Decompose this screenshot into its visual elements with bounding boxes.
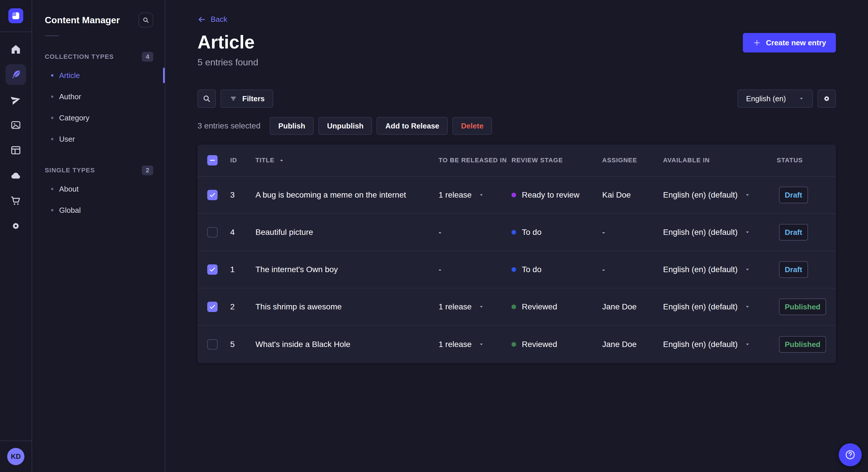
selection-action-button[interactable]: Unpublish (318, 117, 372, 135)
stage-dot-icon (512, 342, 516, 347)
subnav-item[interactable]: User (32, 129, 165, 150)
back-label: Back (211, 15, 227, 24)
nav-rail-item[interactable] (5, 140, 26, 161)
subnav-search-button[interactable] (138, 12, 153, 28)
row-checkbox[interactable] (207, 190, 218, 200)
cell-id: 2 (224, 302, 253, 311)
subnav-item[interactable]: Category (32, 107, 165, 129)
caret-down-icon[interactable] (745, 229, 750, 235)
table-row[interactable]: 3 A bug is becoming a meme on the intern… (197, 177, 836, 214)
stage-dot-icon (512, 305, 516, 309)
cell-title: The internet's Own boy (253, 265, 431, 274)
subnav-item[interactable]: About (32, 178, 165, 200)
help-button[interactable] (839, 443, 862, 466)
nav-rail-header (0, 0, 32, 32)
subnav-item-label: About (59, 185, 79, 194)
subnav-item[interactable]: Article (32, 65, 165, 86)
cell-available-in: English (en) (default) (663, 228, 750, 237)
column-header-status[interactable]: STATUS (777, 157, 836, 164)
nav-rail-item[interactable] (5, 115, 26, 135)
subnav-header: Content Manager (32, 0, 165, 28)
cell-review-stage: Reviewed (512, 340, 598, 349)
row-checkbox[interactable] (207, 302, 218, 312)
filters-button[interactable]: Filters (220, 90, 273, 108)
bullet-icon (51, 74, 53, 76)
nav-rail-item[interactable] (5, 64, 26, 85)
table-header-checkbox-cell (197, 155, 224, 165)
list-settings-button[interactable] (817, 90, 836, 108)
entries-count: 5 entries found (197, 57, 258, 68)
cell-release: - (439, 228, 441, 237)
cell-release: 1 release (439, 302, 484, 311)
row-checkbox[interactable] (207, 227, 218, 237)
subnav-item-label: User (59, 135, 75, 144)
cell-id: 4 (224, 228, 253, 237)
toolbar-left: Filters (197, 90, 273, 108)
sort-ascending-icon (279, 158, 284, 163)
caret-down-icon[interactable] (745, 192, 750, 198)
caret-down-icon[interactable] (478, 304, 484, 310)
nav-rail: KD (0, 0, 32, 472)
table-row[interactable]: 2 This shrimp is awesome 1 release Revie… (197, 289, 836, 326)
locale-value: English (en) (746, 94, 786, 103)
strapi-logo[interactable] (8, 8, 23, 23)
cell-available-in: English (en) (default) (663, 191, 750, 200)
column-header-id[interactable]: ID (224, 157, 253, 164)
subnav-section: SINGLE TYPES 2 About (32, 165, 165, 221)
search-icon (202, 94, 211, 103)
row-checkbox[interactable] (207, 339, 218, 349)
caret-down-icon[interactable] (478, 192, 484, 198)
nav-rail-item[interactable] (5, 165, 26, 186)
toolbar: Filters English (en) (197, 90, 836, 108)
table-row[interactable]: 1 The internet's Own boy - To do (197, 251, 836, 289)
subnav-item-label: Author (59, 92, 81, 101)
content-manager-subnav: Content Manager COLLECTION TYPES 4 (32, 0, 165, 472)
table-row[interactable]: 5 What's inside a Black Hole 1 release R… (197, 326, 836, 363)
selection-action-button[interactable]: Publish (270, 117, 314, 135)
selection-action-button[interactable]: Delete (453, 117, 492, 135)
subnav-divider (45, 36, 59, 36)
column-header-release[interactable]: TO BE RELEASED IN (431, 157, 512, 164)
subnav-item[interactable]: Global (32, 200, 165, 221)
subnav-section-label: COLLECTION TYPES (45, 53, 114, 61)
nav-rail-menu (5, 39, 26, 236)
create-new-entry-button[interactable]: Create new entry (743, 33, 836, 53)
active-indicator (163, 68, 165, 83)
entries-table: ID TITLE TO BE RELEASED IN REVIEW STAGE … (197, 144, 836, 363)
home-icon (10, 43, 22, 55)
table-row[interactable]: 4 Beautiful picture - To do - (197, 214, 836, 251)
subnav-section-count-badge: 2 (142, 165, 153, 175)
stage-dot-icon (512, 230, 516, 235)
nav-rail-item[interactable] (5, 216, 26, 236)
toolbar-right: English (en) (737, 90, 836, 108)
select-all-checkbox[interactable] (207, 155, 218, 165)
nav-rail-item[interactable] (5, 191, 26, 211)
column-header-review-stage[interactable]: REVIEW STAGE (512, 157, 598, 164)
row-checkbox[interactable] (207, 264, 218, 275)
locale-select[interactable]: English (en) (737, 90, 813, 108)
column-header-title[interactable]: TITLE (253, 157, 431, 164)
cell-release: 1 release (439, 191, 484, 200)
back-link[interactable]: Back (197, 15, 227, 24)
nav-rail-item[interactable] (5, 90, 26, 110)
subnav-item-label: Article (59, 71, 80, 80)
caret-down-icon[interactable] (478, 341, 484, 347)
cell-id: 3 (224, 191, 253, 200)
subnav-section-header: COLLECTION TYPES 4 (32, 51, 165, 63)
check-icon (208, 191, 216, 199)
nav-rail-item[interactable] (5, 39, 26, 60)
caret-down-icon[interactable] (745, 304, 750, 310)
search-button[interactable] (197, 90, 216, 108)
column-header-available-in[interactable]: AVAILABLE IN (654, 157, 777, 164)
caret-down-icon[interactable] (745, 267, 750, 272)
cell-review-stage: To do (512, 265, 598, 274)
page-title: Article (197, 32, 258, 53)
column-header-assignee[interactable]: ASSIGNEE (598, 157, 654, 164)
filters-label: Filters (242, 94, 265, 103)
caret-down-icon[interactable] (745, 341, 750, 347)
subnav-item[interactable]: Author (32, 86, 165, 107)
bullet-icon (51, 188, 53, 190)
content-manager-app: KD Content Manager COLLECTION TYPES 4 (0, 0, 868, 472)
user-avatar[interactable]: KD (7, 448, 24, 465)
selection-action-button[interactable]: Add to Release (377, 117, 448, 135)
